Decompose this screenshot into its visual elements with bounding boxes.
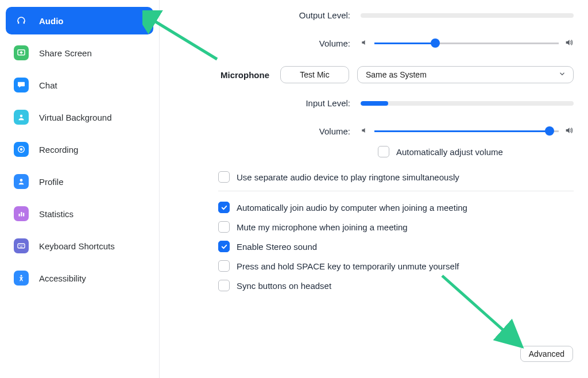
chevron-down-icon <box>558 70 566 80</box>
accessibility-icon <box>14 271 29 286</box>
share-screen-icon <box>14 45 29 60</box>
output-level-label: Output Level: <box>177 10 361 20</box>
sidebar-item-label: Recording <box>39 145 78 155</box>
sidebar-item-virtual-background[interactable]: Virtual Background <box>6 103 153 131</box>
sidebar-item-recording[interactable]: Recording <box>6 136 153 163</box>
svg-point-3 <box>20 148 23 151</box>
headphones-icon <box>14 13 29 28</box>
space-unmute-label: Press and hold SPACE key to temporarily … <box>237 261 459 271</box>
sync-headset-checkbox[interactable] <box>218 280 230 291</box>
mute-on-join-label: Mute my microphone when joining a meetin… <box>237 222 408 232</box>
speaker-low-icon <box>361 38 369 48</box>
sidebar-item-share-screen[interactable]: Share Screen <box>6 39 153 67</box>
svg-point-9 <box>19 245 20 246</box>
dropdown-value: Same as System <box>366 70 427 79</box>
auto-join-audio-checkbox[interactable] <box>218 202 230 213</box>
separate-ringtone-label: Use separate audio device to play ringto… <box>237 172 459 182</box>
speaker-high-icon <box>564 38 574 49</box>
sidebar-item-chat[interactable]: Chat <box>6 71 153 99</box>
profile-icon <box>14 174 29 189</box>
speaker-low-icon <box>361 126 369 136</box>
sidebar-item-audio[interactable]: Audio <box>6 7 153 34</box>
sidebar-item-accessibility[interactable]: Accessibility <box>6 264 153 292</box>
microphone-section-label: Microphone <box>177 70 280 80</box>
statistics-icon <box>14 206 29 221</box>
advanced-button[interactable]: Advanced <box>520 346 573 362</box>
separate-ringtone-checkbox[interactable] <box>218 171 230 183</box>
sidebar-item-statistics[interactable]: Statistics <box>6 200 153 227</box>
input-level-meter <box>361 101 574 106</box>
sidebar-item-label: Virtual Background <box>39 113 111 122</box>
settings-sidebar: Audio Share Screen Chat Virtual Backgrou… <box>0 0 160 378</box>
sidebar-item-label: Profile <box>39 177 64 187</box>
chat-icon <box>14 78 29 92</box>
svg-rect-6 <box>21 212 22 217</box>
recording-icon <box>14 142 29 157</box>
sidebar-item-label: Chat <box>39 80 57 90</box>
auto-adjust-volume-label: Automatically adjust volume <box>396 147 503 157</box>
output-volume-slider[interactable] <box>374 37 559 49</box>
svg-rect-12 <box>20 246 23 247</box>
sidebar-item-label: Keyboard Shortcuts <box>39 241 115 251</box>
auto-join-audio-label: Automatically join audio by computer whe… <box>237 203 467 213</box>
output-level-meter <box>361 13 574 18</box>
sidebar-item-label: Share Screen <box>39 48 92 58</box>
sidebar-item-label: Audio <box>39 16 64 26</box>
svg-rect-7 <box>23 213 24 217</box>
sidebar-item-profile[interactable]: Profile <box>6 168 153 195</box>
input-volume-label: Volume: <box>177 126 361 136</box>
test-mic-button[interactable]: Test Mic <box>280 66 349 83</box>
sync-headset-label: Sync buttons on headset <box>237 281 331 291</box>
sidebar-item-label: Statistics <box>39 209 74 219</box>
mute-on-join-checkbox[interactable] <box>218 221 230 233</box>
divider <box>218 191 574 191</box>
sidebar-item-label: Accessibility <box>39 273 86 283</box>
audio-settings-pane: Output Level: Volume: Microphone Test Mi… <box>167 0 588 378</box>
space-unmute-checkbox[interactable] <box>218 260 230 272</box>
sidebar-item-keyboard-shortcuts[interactable]: Keyboard Shortcuts <box>6 232 153 260</box>
svg-point-10 <box>21 245 22 246</box>
enable-stereo-checkbox[interactable] <box>218 241 230 252</box>
auto-adjust-volume-checkbox[interactable] <box>378 146 389 157</box>
svg-point-11 <box>22 245 24 246</box>
keyboard-icon <box>14 238 29 253</box>
svg-rect-5 <box>19 214 20 217</box>
svg-point-4 <box>20 179 23 182</box>
svg-point-1 <box>20 115 23 118</box>
enable-stereo-label: Enable Stereo sound <box>237 242 317 252</box>
input-volume-slider[interactable] <box>374 125 559 137</box>
output-volume-label: Volume: <box>177 38 361 48</box>
virtual-background-icon <box>14 110 29 125</box>
input-level-label: Input Level: <box>177 98 361 108</box>
svg-point-13 <box>21 275 22 276</box>
speaker-high-icon <box>564 126 574 137</box>
microphone-device-dropdown[interactable]: Same as System <box>357 66 574 83</box>
